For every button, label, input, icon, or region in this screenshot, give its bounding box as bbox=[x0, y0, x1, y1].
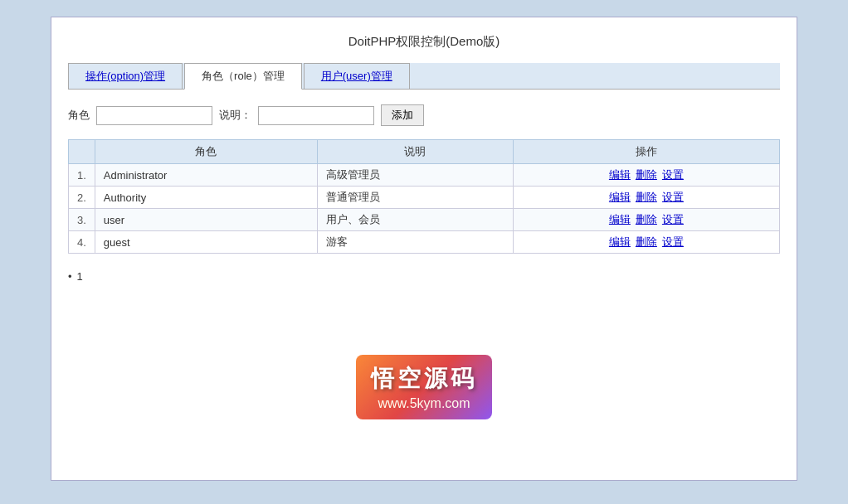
table-section: 角色 说明 操作 1.Administrator高级管理员编辑删除设置2.Aut… bbox=[68, 139, 780, 254]
edit-link[interactable]: 编辑 bbox=[609, 213, 631, 225]
row-num: 2. bbox=[69, 187, 95, 209]
row-role: Administrator bbox=[95, 164, 317, 187]
add-button[interactable]: 添加 bbox=[381, 104, 424, 126]
col-role: 角色 bbox=[95, 140, 317, 164]
row-actions: 编辑删除设置 bbox=[513, 209, 779, 231]
row-role: Authority bbox=[95, 187, 317, 209]
tab-option[interactable]: 操作(option)管理 bbox=[68, 63, 183, 89]
desc-label: 说明： bbox=[219, 108, 251, 123]
settings-link[interactable]: 设置 bbox=[662, 235, 684, 248]
edit-link[interactable]: 编辑 bbox=[609, 168, 631, 181]
page-1[interactable]: 1 bbox=[77, 270, 83, 283]
edit-link[interactable]: 编辑 bbox=[609, 191, 631, 203]
row-actions: 编辑删除设置 bbox=[513, 164, 779, 187]
row-desc: 游客 bbox=[317, 231, 513, 254]
watermark-line2: www.5kym.com bbox=[371, 396, 477, 411]
pagination: • 1 bbox=[68, 270, 780, 283]
edit-link[interactable]: 编辑 bbox=[609, 235, 631, 248]
roles-table: 角色 说明 操作 1.Administrator高级管理员编辑删除设置2.Aut… bbox=[68, 139, 780, 254]
pagination-bullet: • bbox=[68, 270, 72, 283]
row-desc: 高级管理员 bbox=[317, 164, 513, 187]
desc-input[interactable] bbox=[258, 106, 374, 125]
table-row: 4.guest游客编辑删除设置 bbox=[69, 231, 780, 254]
add-role-form: 角色 说明： 添加 bbox=[68, 104, 780, 126]
row-role: user bbox=[95, 209, 317, 231]
tab-bar: 操作(option)管理 角色（role）管理 用户(user)管理 bbox=[68, 63, 780, 90]
settings-link[interactable]: 设置 bbox=[662, 191, 684, 203]
delete-link[interactable]: 删除 bbox=[636, 213, 657, 225]
delete-link[interactable]: 删除 bbox=[636, 191, 657, 203]
watermark: 悟空源码 www.5kym.com bbox=[356, 355, 492, 419]
table-row: 1.Administrator高级管理员编辑删除设置 bbox=[69, 164, 780, 187]
row-num: 3. bbox=[69, 209, 95, 231]
settings-link[interactable]: 设置 bbox=[662, 168, 684, 181]
row-desc: 用户、会员 bbox=[317, 209, 513, 231]
table-row: 3.user用户、会员编辑删除设置 bbox=[69, 209, 780, 231]
row-actions: 编辑删除设置 bbox=[513, 231, 779, 254]
role-input[interactable] bbox=[96, 106, 212, 125]
col-desc: 说明 bbox=[317, 140, 513, 164]
watermark-line1: 悟空源码 bbox=[371, 363, 477, 395]
row-num: 4. bbox=[69, 231, 95, 254]
page-title: DoitPHP权限控制(Demo版) bbox=[68, 34, 780, 50]
col-action: 操作 bbox=[513, 140, 779, 164]
settings-link[interactable]: 设置 bbox=[662, 213, 684, 225]
tab-role[interactable]: 角色（role）管理 bbox=[184, 63, 302, 90]
row-num: 1. bbox=[69, 164, 95, 187]
delete-link[interactable]: 删除 bbox=[636, 235, 657, 248]
tab-user[interactable]: 用户(user)管理 bbox=[304, 63, 410, 89]
table-row: 2.Authority普通管理员编辑删除设置 bbox=[69, 187, 780, 209]
col-num bbox=[69, 140, 95, 164]
row-desc: 普通管理员 bbox=[317, 187, 513, 209]
row-actions: 编辑删除设置 bbox=[513, 187, 779, 209]
role-label: 角色 bbox=[68, 108, 90, 123]
row-role: guest bbox=[95, 231, 317, 254]
delete-link[interactable]: 删除 bbox=[636, 168, 657, 181]
